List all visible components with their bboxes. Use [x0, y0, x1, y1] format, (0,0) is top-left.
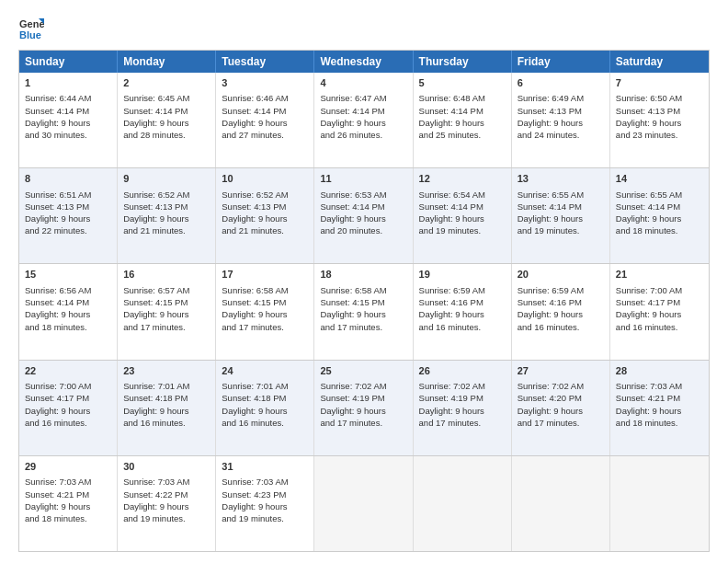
day-info-line: and 26 minutes.	[320, 129, 406, 141]
day-info-line: and 16 minutes.	[518, 321, 604, 333]
day-info-line: Sunrise: 7:03 AM	[616, 380, 703, 392]
day-info-line: and 23 minutes.	[616, 129, 703, 141]
day-info-line: Sunset: 4:13 PM	[518, 105, 604, 117]
day-info-line: Sunrise: 7:03 AM	[25, 476, 111, 488]
cal-cell: 2Sunrise: 6:45 AMSunset: 4:14 PMDaylight…	[118, 73, 216, 167]
calendar-week-4: 22Sunrise: 7:00 AMSunset: 4:17 PMDayligh…	[19, 360, 709, 455]
day-info-line: Sunset: 4:14 PM	[320, 201, 406, 213]
cal-cell: 19Sunrise: 6:59 AMSunset: 4:16 PMDayligh…	[414, 264, 512, 359]
cal-cell	[610, 456, 709, 551]
day-number: 10	[222, 172, 308, 186]
day-info-line: Daylight: 9 hours	[320, 308, 406, 320]
day-number: 8	[25, 172, 111, 186]
day-info-line: Sunset: 4:13 PM	[25, 201, 111, 213]
day-info-line: and 18 minutes.	[616, 417, 703, 429]
day-info-line: and 16 minutes.	[222, 417, 308, 429]
day-info-line: Daylight: 9 hours	[419, 117, 506, 129]
day-info-line: Sunset: 4:14 PM	[123, 105, 210, 117]
cal-cell: 31Sunrise: 7:03 AMSunset: 4:23 PMDayligh…	[216, 456, 314, 551]
day-number: 27	[518, 364, 604, 378]
day-info-line: Daylight: 9 hours	[25, 308, 111, 320]
logo-icon: General Blue	[18, 15, 44, 40]
day-info-line: Sunset: 4:19 PM	[419, 392, 506, 404]
day-number: 25	[320, 364, 406, 378]
day-info-line: Daylight: 9 hours	[518, 308, 604, 320]
cal-cell	[414, 456, 512, 551]
calendar-week-3: 15Sunrise: 6:56 AMSunset: 4:14 PMDayligh…	[19, 263, 709, 359]
day-info-line: Sunset: 4:14 PM	[518, 201, 604, 213]
day-info-line: Daylight: 9 hours	[616, 213, 703, 224]
cal-cell: 21Sunrise: 7:00 AMSunset: 4:17 PMDayligh…	[610, 264, 709, 359]
day-info-line: and 24 minutes.	[518, 129, 604, 141]
day-info-line: and 17 minutes.	[518, 417, 604, 429]
day-info-line: Daylight: 9 hours	[320, 117, 406, 129]
day-info-line: Daylight: 9 hours	[616, 117, 703, 129]
weekday-header-sunday: Sunday	[19, 51, 118, 73]
day-info-line: Sunset: 4:17 PM	[616, 296, 703, 308]
cal-cell: 23Sunrise: 7:01 AMSunset: 4:18 PMDayligh…	[118, 361, 216, 455]
day-info-line: and 17 minutes.	[419, 417, 506, 429]
day-info-line: and 19 minutes.	[123, 512, 210, 524]
day-info-line: Sunrise: 7:00 AM	[616, 284, 703, 296]
day-info-line: Sunrise: 7:01 AM	[222, 380, 308, 392]
day-info-line: Sunset: 4:16 PM	[419, 296, 506, 308]
day-info-line: Sunrise: 6:48 AM	[419, 92, 506, 104]
cal-cell: 20Sunrise: 6:59 AMSunset: 4:16 PMDayligh…	[512, 264, 610, 359]
day-info-line: Sunrise: 6:58 AM	[222, 284, 308, 296]
calendar-body: 1Sunrise: 6:44 AMSunset: 4:14 PMDaylight…	[19, 73, 709, 551]
day-info-line: Daylight: 9 hours	[320, 405, 406, 417]
day-info-line: and 19 minutes.	[222, 512, 308, 524]
day-info-line: Sunrise: 7:02 AM	[419, 380, 506, 392]
day-info-line: Daylight: 9 hours	[25, 213, 111, 224]
day-info-line: Sunset: 4:16 PM	[518, 296, 604, 308]
day-info-line: Sunrise: 7:03 AM	[123, 476, 210, 488]
day-info-line: and 30 minutes.	[25, 129, 111, 141]
day-number: 13	[518, 172, 604, 186]
day-number: 30	[123, 460, 210, 474]
day-info-line: Daylight: 9 hours	[222, 308, 308, 320]
calendar: SundayMondayTuesdayWednesdayThursdayFrid…	[18, 50, 710, 552]
day-info-line: and 17 minutes.	[123, 321, 210, 333]
day-number: 20	[518, 268, 604, 282]
cal-cell: 10Sunrise: 6:52 AMSunset: 4:13 PMDayligh…	[216, 168, 314, 263]
cal-cell: 26Sunrise: 7:02 AMSunset: 4:19 PMDayligh…	[414, 361, 512, 455]
day-info-line: Sunrise: 6:44 AM	[25, 92, 111, 104]
day-number: 18	[320, 268, 406, 282]
day-info-line: Sunrise: 6:59 AM	[419, 284, 506, 296]
day-info-line: and 16 minutes.	[616, 321, 703, 333]
weekday-header-thursday: Thursday	[414, 51, 512, 73]
day-info-line: Sunset: 4:14 PM	[25, 105, 111, 117]
day-info-line: Daylight: 9 hours	[123, 213, 210, 224]
day-info-line: Sunset: 4:15 PM	[222, 296, 308, 308]
day-info-line: Sunset: 4:21 PM	[616, 392, 703, 404]
day-info-line: Daylight: 9 hours	[616, 405, 703, 417]
day-info-line: and 20 minutes.	[320, 224, 406, 236]
day-info-line: Daylight: 9 hours	[222, 405, 308, 417]
day-info-line: Sunset: 4:15 PM	[320, 296, 406, 308]
cal-cell: 17Sunrise: 6:58 AMSunset: 4:15 PMDayligh…	[216, 264, 314, 359]
day-number: 21	[616, 268, 703, 282]
day-number: 19	[419, 268, 506, 282]
cal-cell: 27Sunrise: 7:02 AMSunset: 4:20 PMDayligh…	[512, 361, 610, 455]
day-info-line: Daylight: 9 hours	[320, 213, 406, 224]
cal-cell: 14Sunrise: 6:55 AMSunset: 4:14 PMDayligh…	[610, 168, 709, 263]
day-info-line: Daylight: 9 hours	[222, 213, 308, 224]
day-info-line: Sunrise: 6:52 AM	[123, 189, 210, 201]
calendar-week-5: 29Sunrise: 7:03 AMSunset: 4:21 PMDayligh…	[19, 455, 709, 551]
day-info-line: Sunset: 4:13 PM	[616, 105, 703, 117]
day-info-line: Sunrise: 6:45 AM	[123, 92, 210, 104]
calendar-header: SundayMondayTuesdayWednesdayThursdayFrid…	[19, 51, 709, 73]
cal-cell: 7Sunrise: 6:50 AMSunset: 4:13 PMDaylight…	[610, 73, 709, 167]
day-info-line: Sunrise: 7:00 AM	[25, 380, 111, 392]
day-info-line: Sunrise: 7:02 AM	[518, 380, 604, 392]
day-info-line: Sunrise: 6:57 AM	[123, 284, 210, 296]
day-info-line: and 17 minutes.	[222, 321, 308, 333]
day-info-line: Sunrise: 6:49 AM	[518, 92, 604, 104]
day-number: 28	[616, 364, 703, 378]
day-info-line: and 25 minutes.	[419, 129, 506, 141]
day-info-line: and 28 minutes.	[123, 129, 210, 141]
day-number: 23	[123, 364, 210, 378]
cal-cell: 4Sunrise: 6:47 AMSunset: 4:14 PMDaylight…	[314, 73, 413, 167]
day-info-line: Daylight: 9 hours	[518, 213, 604, 224]
day-info-line: Sunset: 4:19 PM	[320, 392, 406, 404]
